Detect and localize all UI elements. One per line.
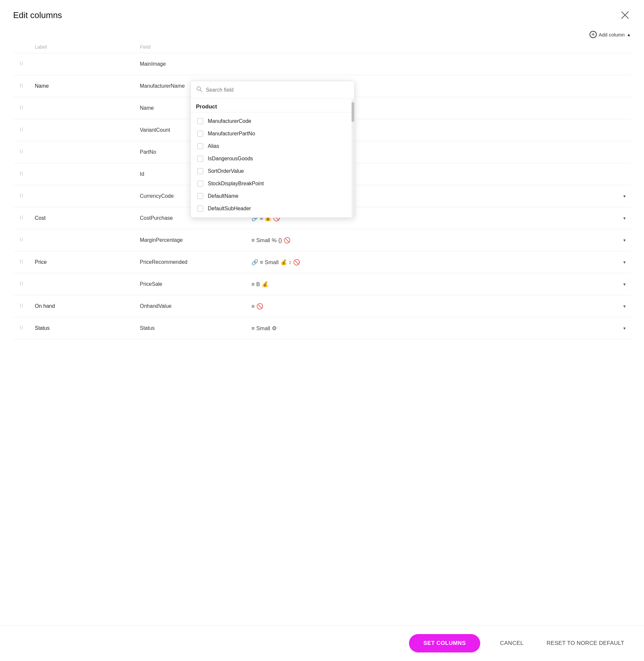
- cancel-button[interactable]: CANCEL: [490, 634, 533, 653]
- svg-point-33: [22, 152, 23, 153]
- table-row: Price PriceRecommended 🔗 ≡ Small 💰 ↕ 🚫 ▾: [13, 251, 631, 273]
- format-dropdown[interactable]: ≡ Small % {} 🚫 ▾: [251, 237, 626, 244]
- svg-point-15: [22, 86, 23, 87]
- format-cell[interactable]: ≡ Small % {} 🚫 ▾: [246, 229, 631, 251]
- dropdown-item-label: ManufacturerPartNo: [208, 131, 255, 137]
- dropdown-item-alias[interactable]: Alias: [191, 140, 354, 152]
- format-dropdown[interactable]: 🔗 ≡ Small 💰 ↕ 🚫 ▾: [251, 259, 626, 266]
- svg-point-79: [22, 327, 23, 328]
- dropdown-item-sortordervalue[interactable]: SortOrderValue: [191, 165, 354, 177]
- checkbox-isdangerousgoods[interactable]: [197, 156, 203, 162]
- svg-point-34: [20, 172, 21, 173]
- drag-handle[interactable]: [13, 207, 29, 229]
- svg-point-9: [22, 64, 23, 65]
- svg-point-7: [22, 63, 23, 64]
- format-dropdown[interactable]: ≡ B 💰 ▾: [251, 281, 626, 288]
- close-icon[interactable]: [619, 9, 631, 21]
- drag-handle[interactable]: [13, 295, 29, 317]
- drag-handle[interactable]: [13, 251, 29, 273]
- svg-point-63: [22, 263, 23, 263]
- field-cell: PriceSale: [135, 273, 246, 295]
- svg-point-27: [22, 130, 23, 131]
- format-cell[interactable]: ≡ 🚫 ▾: [246, 295, 631, 317]
- drag-handle[interactable]: [13, 185, 29, 207]
- search-field-input[interactable]: [206, 87, 349, 93]
- chevron-up-icon: ▲: [627, 32, 631, 37]
- format-icons: 🔗 ≡ Small 💰 ↕ 🚫: [251, 259, 300, 266]
- dropdown-item-manufacturerpartno[interactable]: ManufacturerPartNo: [191, 128, 354, 140]
- svg-point-58: [20, 260, 21, 261]
- svg-point-36: [20, 173, 21, 174]
- svg-point-78: [20, 327, 21, 328]
- checkbox-stockdisplaybreakpoint[interactable]: [197, 181, 203, 186]
- reset-button[interactable]: RESET TO NORCE DEFAULT: [540, 634, 631, 653]
- svg-point-74: [20, 307, 21, 308]
- format-icons: ≡ 🚫: [251, 303, 263, 310]
- checkbox-manufacturerpartno[interactable]: [197, 131, 203, 137]
- svg-point-41: [22, 194, 23, 195]
- svg-point-43: [22, 195, 23, 196]
- svg-point-47: [22, 216, 23, 217]
- svg-point-65: [22, 282, 23, 283]
- svg-point-16: [20, 106, 21, 107]
- dropdown-scrollbar[interactable]: [351, 99, 354, 218]
- svg-point-39: [22, 174, 23, 175]
- modal-header: Edit columns: [0, 0, 644, 28]
- drag-handle[interactable]: [13, 119, 29, 141]
- drag-handle[interactable]: [13, 53, 29, 75]
- dropdown-item-label: ManufacturerCode: [208, 118, 251, 124]
- svg-point-49: [22, 217, 23, 218]
- format-dropdown[interactable]: ≡ 🚫 ▾: [251, 303, 626, 310]
- search-icon: [196, 86, 203, 94]
- dropdown-item-label: StockDisplayBreakPoint: [208, 181, 264, 186]
- chevron-down-icon: ▾: [623, 216, 626, 221]
- format-icons: ≡ Small ⚙: [251, 325, 277, 332]
- drag-handle[interactable]: [13, 163, 29, 185]
- drag-handle[interactable]: [13, 97, 29, 119]
- dropdown-item-manufacturercode[interactable]: ManufacturerCode: [191, 115, 354, 128]
- dropdown-item-isdangerousgoods[interactable]: IsDangerousGoods: [191, 152, 354, 165]
- dropdown-item-label: SortOrderValue: [208, 168, 244, 174]
- dropdown-item-stockdisplaybreakpoint[interactable]: StockDisplayBreakPoint: [191, 177, 354, 190]
- label-cell: Cost: [29, 207, 135, 229]
- dropdown-item-defaultname[interactable]: DefaultName: [191, 190, 354, 202]
- svg-point-32: [20, 152, 21, 153]
- format-cell[interactable]: 🔗 ≡ Small 💰 ↕ 🚫 ▾: [246, 251, 631, 273]
- label-cell: [29, 273, 135, 295]
- svg-point-40: [20, 194, 21, 195]
- format-dropdown[interactable]: ≡ Small ⚙ ▾: [251, 325, 626, 332]
- chevron-down-icon: ▾: [623, 326, 626, 331]
- checkbox-manufacturercode[interactable]: [197, 118, 203, 124]
- dropdown-scrollthumb[interactable]: [351, 102, 354, 122]
- dropdown-item-label: IsDangerousGoods: [208, 156, 253, 162]
- drag-handle[interactable]: [13, 273, 29, 295]
- field-cell: OnhandValue: [135, 295, 246, 317]
- field-cell: MarginPercentage: [135, 229, 246, 251]
- set-columns-button[interactable]: SET COLUMNS: [409, 634, 480, 653]
- label-cell: Status: [29, 317, 135, 339]
- drag-handle[interactable]: [13, 317, 29, 339]
- svg-point-56: [20, 241, 21, 241]
- svg-point-31: [22, 151, 23, 152]
- main-content: Product ManufacturerCode ManufacturerPar…: [0, 41, 644, 625]
- format-cell[interactable]: ≡ Small ⚙ ▾: [246, 317, 631, 339]
- chevron-down-icon: ▾: [623, 282, 626, 287]
- drag-handle[interactable]: [13, 229, 29, 251]
- dropdown-item-defaultsubheader[interactable]: DefaultSubHeader: [191, 202, 354, 215]
- checkbox-defaultname[interactable]: [197, 193, 203, 199]
- svg-point-72: [20, 305, 21, 306]
- svg-point-70: [20, 304, 21, 305]
- toolbar: + Add column ▲: [0, 28, 644, 41]
- format-cell[interactable]: ≡ B 💰 ▾: [246, 273, 631, 295]
- svg-point-53: [22, 238, 23, 239]
- drag-handle[interactable]: [13, 75, 29, 97]
- checkbox-alias[interactable]: [197, 143, 203, 149]
- checkbox-sortordervalue[interactable]: [197, 168, 203, 174]
- svg-point-51: [22, 218, 23, 219]
- add-column-button[interactable]: + Add column ▲: [590, 31, 631, 38]
- svg-point-37: [22, 173, 23, 174]
- drag-handle[interactable]: [13, 141, 29, 163]
- label-cell: [29, 185, 135, 207]
- checkbox-defaultsubheader[interactable]: [197, 206, 203, 212]
- add-column-label: Add column: [599, 32, 625, 38]
